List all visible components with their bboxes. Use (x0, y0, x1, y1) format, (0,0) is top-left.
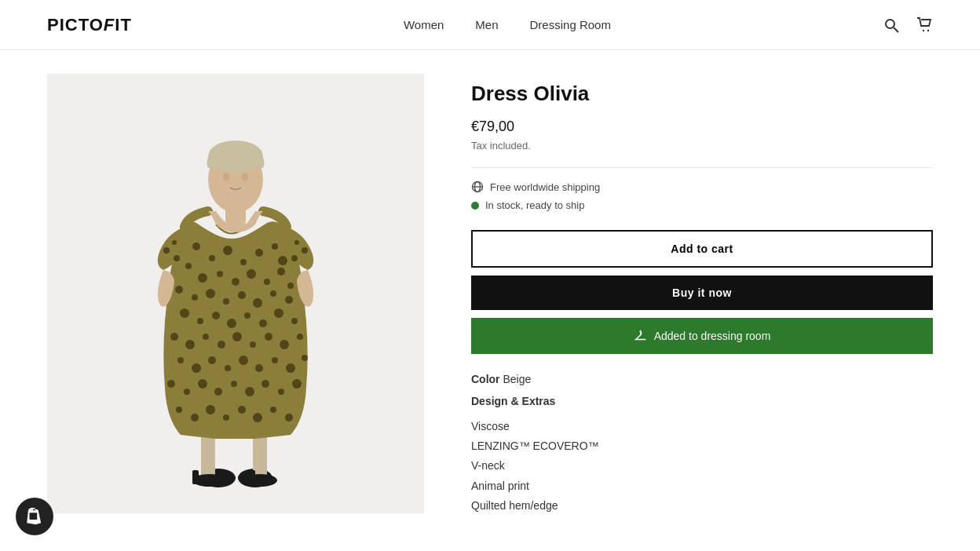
svg-line-1 (894, 27, 898, 32)
svg-point-59 (272, 357, 278, 363)
svg-point-53 (177, 357, 184, 363)
svg-point-51 (280, 340, 289, 349)
tax-note: Tax included. (471, 140, 933, 151)
svg-point-70 (292, 379, 302, 389)
nav-men[interactable]: Men (475, 18, 498, 31)
svg-point-25 (264, 279, 270, 285)
svg-point-37 (197, 318, 203, 324)
svg-point-62 (167, 380, 175, 388)
shipping-info: Free worldwide shipping In stock, ready … (471, 181, 933, 211)
cart-icon[interactable] (916, 16, 933, 34)
svg-point-63 (184, 389, 190, 395)
color-info: Color Beige (471, 373, 933, 385)
svg-point-65 (214, 388, 222, 396)
svg-point-15 (223, 246, 232, 255)
svg-point-40 (244, 312, 250, 319)
svg-point-72 (191, 414, 199, 421)
product-title: Dress Olivia (471, 82, 933, 106)
svg-point-2 (923, 29, 924, 31)
svg-point-69 (278, 389, 284, 395)
svg-point-32 (238, 291, 246, 299)
svg-point-30 (206, 289, 215, 298)
shipping-row-stock: In stock, ready to ship (471, 199, 933, 211)
feature-item: LENZING™ ECOVERO™ (471, 436, 933, 456)
nav-dressing-room[interactable]: Dressing Room (530, 18, 611, 31)
svg-point-34 (270, 290, 276, 297)
svg-point-83 (294, 240, 299, 245)
shipping-row-worldwide: Free worldwide shipping (471, 181, 933, 193)
svg-point-27 (287, 283, 294, 289)
svg-point-28 (175, 286, 183, 294)
feature-item: Viscose (471, 417, 933, 436)
svg-point-0 (886, 20, 894, 28)
svg-point-41 (259, 319, 267, 327)
svg-point-36 (180, 308, 189, 318)
svg-point-31 (223, 298, 229, 305)
buy-now-button[interactable]: Buy it now (471, 276, 933, 310)
svg-point-79 (163, 247, 170, 254)
svg-point-81 (174, 255, 180, 261)
svg-point-82 (302, 247, 308, 254)
svg-point-22 (217, 271, 223, 277)
svg-point-45 (185, 340, 195, 349)
product-info: Color Beige Design & Extras ViscoseLENZI… (471, 373, 933, 516)
svg-point-16 (240, 259, 247, 265)
in-stock-indicator (471, 202, 479, 210)
svg-point-78 (285, 414, 293, 421)
dressing-room-label: Added to dressing room (654, 330, 771, 342)
dressing-room-button[interactable]: Added to dressing room (471, 318, 933, 354)
nav-women[interactable]: Women (404, 18, 444, 31)
svg-point-46 (203, 334, 209, 340)
svg-point-88 (223, 173, 229, 181)
svg-point-56 (225, 365, 231, 371)
svg-point-21 (198, 273, 207, 283)
svg-point-39 (227, 319, 236, 328)
feature-item: V-neck (471, 456, 933, 476)
svg-point-3 (927, 29, 929, 31)
product-image-container (47, 74, 424, 513)
svg-point-43 (291, 318, 298, 324)
svg-point-18 (272, 243, 278, 250)
product-image (47, 74, 424, 513)
svg-point-57 (239, 356, 248, 365)
svg-point-20 (185, 263, 192, 269)
svg-point-58 (255, 364, 263, 372)
shipping-label: Free worldwide shipping (490, 181, 600, 193)
svg-point-44 (170, 333, 178, 341)
site-header: PICTOFIT Women Men Dressing Room (0, 0, 980, 50)
shopify-badge[interactable] (16, 498, 53, 535)
product-details: Dress Olivia €79,00 Tax included. Free w… (471, 74, 933, 516)
svg-point-54 (192, 363, 201, 373)
site-logo[interactable]: PICTOFIT (47, 15, 132, 35)
main-nav: Women Men Dressing Room (404, 18, 611, 31)
svg-point-89 (242, 173, 248, 181)
svg-point-42 (274, 308, 283, 318)
svg-point-80 (172, 240, 177, 245)
stock-label: In stock, ready to ship (485, 199, 584, 211)
svg-point-84 (291, 255, 298, 261)
main-content: Dress Olivia €79,00 Tax included. Free w… (0, 50, 980, 539)
svg-point-73 (206, 405, 215, 414)
svg-point-19 (278, 256, 287, 265)
svg-point-66 (231, 381, 237, 387)
svg-point-71 (176, 407, 182, 413)
svg-point-29 (192, 294, 198, 301)
svg-point-55 (208, 356, 216, 364)
svg-rect-12 (249, 470, 255, 484)
design-extras-label: Design & Extras (471, 395, 933, 407)
svg-point-77 (270, 407, 276, 413)
search-icon[interactable] (883, 16, 900, 34)
product-price: €79,00 (471, 119, 933, 135)
add-to-cart-button[interactable]: Add to cart (471, 230, 933, 268)
feature-item: Animal print (471, 476, 933, 496)
globe-icon (471, 181, 484, 193)
svg-point-14 (209, 255, 215, 261)
svg-point-67 (245, 387, 254, 396)
svg-point-76 (253, 413, 262, 422)
svg-point-23 (232, 278, 240, 286)
header-icons (883, 16, 933, 34)
svg-point-49 (250, 341, 256, 348)
svg-point-10 (243, 474, 277, 487)
svg-point-26 (277, 268, 285, 276)
svg-point-38 (212, 312, 220, 319)
